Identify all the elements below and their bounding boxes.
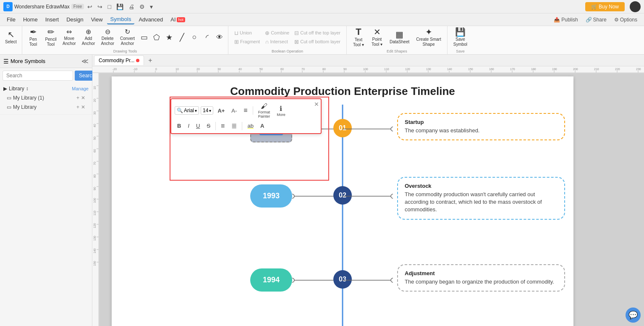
line-shape-btn[interactable]: ╱ bbox=[176, 26, 188, 48]
svg-point-95 bbox=[292, 278, 294, 282]
menu-file[interactable]: File bbox=[3, 15, 19, 24]
rectangle-icon: ▭ bbox=[141, 33, 148, 42]
grow-font-btn[interactable]: A+ bbox=[215, 107, 227, 115]
more-btn[interactable]: ℹ More bbox=[274, 104, 288, 118]
app-logo: D bbox=[3, 2, 13, 11]
italic-btn[interactable]: I bbox=[185, 122, 192, 130]
star-shape-btn[interactable]: ★ bbox=[163, 26, 175, 48]
move-anchor-btn[interactable]: ⇔ MoveAnchor bbox=[60, 26, 79, 48]
font-search-icon: 🔍 bbox=[177, 108, 183, 113]
content-area: ☰ More Symbols ≪ Search ▶ Library ↕ Mana… bbox=[0, 55, 644, 326]
font-selector[interactable]: 🔍 Arial ▾ bbox=[175, 106, 199, 115]
intersect-icon: ∩ bbox=[265, 39, 269, 45]
menu-view[interactable]: View bbox=[88, 15, 106, 24]
more-btn[interactable]: ▾ bbox=[148, 3, 154, 11]
svg-text:70: 70 bbox=[93, 162, 96, 165]
buy-now-btn[interactable]: 🛒 🛒 Buy NowBuy Now bbox=[585, 2, 625, 11]
create-smart-shape-btn[interactable]: ✦ Create SmartShape bbox=[414, 26, 443, 48]
sidebar-collapse-btn[interactable]: ≪ bbox=[81, 57, 89, 65]
menu-ai[interactable]: AI hot bbox=[167, 15, 188, 24]
my-lib-2-close-icon[interactable]: ✕ bbox=[81, 104, 85, 110]
info-text-1992: The company was established. bbox=[405, 127, 558, 134]
options-btn[interactable]: ⚙ Options bbox=[611, 16, 641, 24]
info-text-1993: The commodity production wasn't carefull… bbox=[405, 191, 558, 214]
menu-advanced[interactable]: Advanced bbox=[135, 15, 166, 24]
svg-text:10: 10 bbox=[175, 68, 179, 71]
share-btn[interactable]: 🔗 Share bbox=[582, 16, 610, 24]
publish-btn[interactable]: 📤 Publish bbox=[550, 16, 581, 24]
canvas-container: Commodity Pr... + -20 -10 bbox=[92, 55, 644, 326]
svg-text:200: 200 bbox=[573, 68, 578, 71]
highlight-btn[interactable]: ab bbox=[245, 122, 256, 130]
circle-shape-btn[interactable]: ○ bbox=[188, 26, 200, 48]
point-tool-btn[interactable]: ✕ PointTool ▾ bbox=[369, 26, 385, 48]
format-painter-label: FormatPainter bbox=[258, 110, 270, 118]
my-lib-2-icon: ▭ bbox=[7, 104, 11, 110]
user-avatar[interactable] bbox=[630, 1, 641, 12]
print-btn[interactable]: 🖨 bbox=[127, 3, 136, 11]
menu-insert[interactable]: Insert bbox=[42, 15, 63, 24]
search-input[interactable] bbox=[3, 71, 73, 81]
canvas-tab[interactable]: Commodity Pr... bbox=[94, 55, 144, 65]
my-library-1-item[interactable]: ▭ My Library (1) + ✕ bbox=[3, 93, 89, 103]
arc-shape-btn[interactable]: ◜ bbox=[201, 26, 213, 48]
settings-btn[interactable]: ⚙ bbox=[138, 3, 147, 11]
shrink-font-btn[interactable]: A- bbox=[229, 107, 239, 115]
my-lib-1-add-icon[interactable]: + bbox=[76, 95, 79, 101]
canvas-body: 10 20 30 40 50 60 70 bbox=[92, 73, 644, 326]
add-anchor-label: AddAnchor bbox=[82, 36, 95, 46]
info-title-1992: Startup bbox=[405, 119, 558, 125]
convert-anchor-btn[interactable]: ↻ ConvertAnchor bbox=[118, 26, 137, 48]
save-btn-top[interactable]: 💾 bbox=[115, 3, 125, 11]
pen-tool-btn[interactable]: ✒ PenTool bbox=[25, 26, 42, 48]
font-size-selector[interactable]: 14 ▾ bbox=[201, 106, 213, 115]
manage-link[interactable]: Manage bbox=[72, 86, 89, 91]
undo-btn[interactable]: ↩ bbox=[86, 3, 94, 11]
canvas-bg[interactable]: Commodity Production Enterprise Timeline bbox=[99, 73, 644, 326]
pentagon-shape-btn[interactable]: ⬠ bbox=[151, 26, 162, 48]
select-tool-btn[interactable]: ↖ Select bbox=[3, 26, 19, 48]
format-painter-btn[interactable]: 🖌 FormatPainter bbox=[256, 102, 273, 119]
ruler-left-svg: 10 20 30 40 50 60 70 bbox=[92, 73, 99, 326]
ordered-list-btn[interactable]: ≡ bbox=[218, 121, 227, 131]
text-toolbar-close-btn[interactable]: ✕ bbox=[314, 101, 319, 108]
cut-top-btn[interactable]: ⊟ Cut off the top layer bbox=[292, 29, 343, 37]
menu-symbols[interactable]: Symbols bbox=[107, 15, 135, 24]
svg-text:20: 20 bbox=[93, 99, 96, 102]
combine-btn[interactable]: ⊕ Combine bbox=[262, 29, 292, 37]
unordered-list-btn[interactable]: ≣ bbox=[229, 121, 239, 131]
redo-btn[interactable]: ↪ bbox=[96, 3, 104, 11]
add-anchor-btn[interactable]: ⊕ AddAnchor bbox=[79, 26, 98, 48]
menu-design[interactable]: Design bbox=[63, 15, 86, 24]
datasheet-btn[interactable]: ▦ DataSheet bbox=[387, 26, 412, 48]
year-1994-shape[interactable]: 1994 bbox=[250, 268, 292, 292]
svg-text:-10: -10 bbox=[133, 68, 137, 71]
text-tool-btn[interactable]: T TextTool ▾ bbox=[350, 26, 367, 48]
text-tool-label: TextTool ▾ bbox=[353, 37, 364, 47]
new-page-btn[interactable]: □ bbox=[106, 3, 113, 11]
underline-btn[interactable]: U bbox=[194, 122, 202, 130]
strikethrough-btn[interactable]: S bbox=[204, 122, 213, 130]
menu-home[interactable]: Home bbox=[20, 15, 41, 24]
bold-btn[interactable]: B bbox=[175, 122, 183, 130]
rectangle-shape-btn[interactable]: ▭ bbox=[138, 26, 150, 48]
my-library-2-item[interactable]: ▭ My Library + ✕ bbox=[3, 103, 89, 112]
fragment-btn[interactable]: ⊞ Fragment bbox=[232, 37, 262, 46]
add-tab-btn[interactable]: + bbox=[145, 55, 155, 66]
save-section-label: Save bbox=[448, 49, 473, 53]
year-1993-shape[interactable]: 1993 bbox=[250, 184, 292, 208]
cut-bottom-btn[interactable]: ⊠ Cut off bottom layer bbox=[292, 37, 343, 46]
uppercase-btn[interactable]: A bbox=[258, 122, 267, 130]
union-btn[interactable]: ⊔ Union bbox=[232, 29, 262, 37]
pencil-tool-btn[interactable]: ✏ PencilTool bbox=[42, 26, 59, 48]
align-btn[interactable]: ≡ bbox=[241, 106, 250, 115]
my-lib-1-close-icon[interactable]: ✕ bbox=[81, 95, 85, 101]
intersect-btn[interactable]: ∩ Intersect bbox=[262, 37, 292, 46]
save-symbol-btn[interactable]: 💾 SaveSymbol bbox=[451, 26, 470, 48]
my-lib-2-add-icon[interactable]: + bbox=[76, 104, 79, 110]
delete-anchor-btn[interactable]: ⊖ DeleteAnchor bbox=[98, 26, 117, 48]
font-dropdown-icon: ▾ bbox=[195, 108, 197, 113]
help-chat-btn[interactable]: 💬 bbox=[626, 308, 641, 323]
eye-shape-btn[interactable]: 👁 bbox=[214, 26, 225, 48]
svg-text:220: 220 bbox=[615, 68, 620, 71]
